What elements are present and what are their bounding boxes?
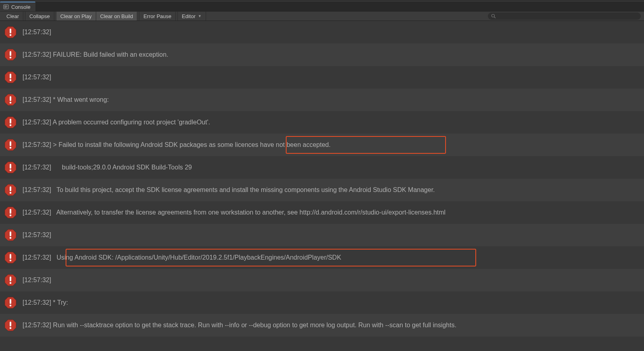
svg-point-41	[10, 282, 12, 284]
error-icon	[4, 48, 17, 61]
svg-rect-22	[10, 141, 11, 146]
error-icon	[4, 116, 17, 129]
toolbar: Clear Collapse Clear on Play Clear on Bu…	[0, 11, 644, 21]
svg-point-4	[492, 14, 495, 17]
svg-point-47	[10, 327, 12, 329]
error-icon	[4, 274, 17, 287]
error-icon	[4, 251, 17, 264]
error-icon	[4, 71, 17, 84]
svg-point-26	[10, 169, 12, 171]
log-message: [12:57:32] FAILURE: Build failed with an…	[23, 51, 168, 58]
tab-bar: Console	[0, 2, 644, 11]
log-row[interactable]: [12:57:32] * What went wrong:	[0, 89, 644, 111]
error-icon	[4, 26, 17, 39]
svg-point-38	[10, 260, 12, 262]
svg-point-23	[10, 147, 12, 149]
svg-point-35	[10, 237, 12, 239]
svg-rect-46	[10, 322, 11, 326]
console-tab-icon	[3, 4, 9, 10]
console-tab[interactable]: Console	[0, 2, 35, 11]
log-message: [12:57:32] To build this project, accept…	[23, 186, 435, 194]
log-message: [12:57:32] Using Android SDK: /Applicati…	[23, 254, 341, 261]
log-row[interactable]: [12:57:32]	[0, 224, 644, 246]
log-row[interactable]: [12:57:32] > Failed to install the follo…	[0, 134, 644, 156]
error-icon	[4, 206, 17, 219]
log-message: [12:57:32] * Try:	[23, 299, 68, 306]
clear-on-play-toggle[interactable]: Clear on Play	[56, 12, 96, 21]
log-row[interactable]: [12:57:32]	[0, 21, 644, 43]
svg-rect-25	[10, 164, 11, 169]
svg-point-29	[10, 192, 12, 194]
log-message: [12:57:32] Run with --stacktrace option …	[23, 322, 456, 329]
log-message: [12:57:32]	[23, 29, 51, 36]
log-message: [12:57:32]	[23, 277, 51, 284]
log-row[interactable]: [12:57:32] build-tools;29.0.0 Android SD…	[0, 156, 644, 179]
log-message: [12:57:32] build-tools;29.0.0 Android SD…	[23, 164, 192, 171]
log-message: [12:57:32] > Failed to install the follo…	[23, 141, 330, 149]
svg-line-5	[494, 17, 495, 18]
svg-point-44	[10, 305, 12, 307]
editor-dropdown[interactable]: Editor ▼	[178, 12, 206, 21]
log-message: [12:57:32]	[23, 74, 51, 81]
log-message: [12:57:32]	[23, 231, 51, 239]
error-icon	[4, 93, 17, 106]
log-row[interactable]: [12:57:32]	[0, 66, 644, 89]
search-input[interactable]	[488, 12, 641, 20]
log-row[interactable]: [12:57:32] Using Android SDK: /Applicati…	[0, 246, 644, 269]
svg-rect-16	[10, 96, 11, 101]
clear-button[interactable]: Clear	[2, 12, 23, 21]
log-row[interactable]: [12:57:32] To build this project, accept…	[0, 179, 644, 201]
log-row[interactable]: [12:57:32] Alternatively, to transfer th…	[0, 201, 644, 224]
svg-rect-19	[10, 119, 11, 124]
error-icon	[4, 184, 17, 196]
error-icon	[4, 296, 17, 309]
error-pause-toggle[interactable]: Error Pause	[139, 12, 175, 21]
svg-rect-10	[10, 51, 11, 56]
svg-rect-31	[10, 209, 11, 214]
svg-point-20	[10, 124, 12, 126]
log-message: [12:57:32] A problem occurred configurin…	[23, 119, 210, 126]
svg-rect-28	[10, 186, 11, 191]
svg-rect-37	[10, 254, 11, 259]
console-tab-label: Console	[11, 4, 31, 10]
svg-point-14	[10, 79, 12, 81]
log-message: [12:57:32] Alternatively, to transfer th…	[23, 209, 446, 216]
log-row[interactable]: [12:57:32] Run with --stacktrace option …	[0, 314, 644, 337]
error-icon	[4, 319, 17, 332]
svg-point-8	[10, 34, 12, 36]
svg-rect-40	[10, 277, 11, 281]
clear-on-build-toggle[interactable]: Clear on Build	[96, 12, 138, 21]
log-row[interactable]: [12:57:32] * Try:	[0, 291, 644, 314]
log-list: [12:57:32] [12:57:32] FAILURE: Build fai…	[0, 21, 644, 337]
search-icon	[491, 14, 496, 19]
svg-rect-43	[10, 299, 11, 304]
svg-rect-34	[10, 231, 11, 236]
chevron-down-icon: ▼	[198, 14, 202, 18]
collapse-button[interactable]: Collapse	[25, 12, 54, 21]
error-icon	[4, 138, 17, 151]
log-message: [12:57:32] * What went wrong:	[23, 96, 109, 103]
editor-dropdown-label: Editor	[182, 13, 196, 19]
svg-rect-7	[10, 29, 11, 33]
log-row[interactable]: [12:57:32]	[0, 269, 644, 291]
log-row[interactable]: [12:57:32] FAILURE: Build failed with an…	[0, 43, 644, 66]
error-icon	[4, 161, 17, 174]
error-icon	[4, 229, 17, 242]
svg-point-17	[10, 102, 12, 104]
svg-point-11	[10, 57, 12, 59]
svg-rect-13	[10, 74, 11, 78]
log-row[interactable]: [12:57:32] A problem occurred configurin…	[0, 111, 644, 134]
svg-point-32	[10, 215, 12, 217]
